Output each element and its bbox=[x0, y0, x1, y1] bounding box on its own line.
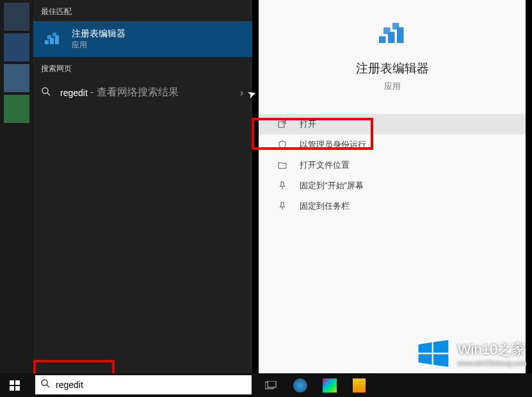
start-button[interactable] bbox=[0, 373, 29, 397]
taskbar bbox=[0, 373, 532, 397]
taskbar-search-input[interactable] bbox=[56, 380, 252, 390]
action-label: 以管理员身份运行 bbox=[300, 139, 366, 150]
svg-rect-3 bbox=[47, 35, 51, 39]
detail-panel: 注册表编辑器 应用 打开 以管理员身份运行 打开文件位置 固定到"开始"屏幕 bbox=[259, 0, 526, 373]
svg-rect-10 bbox=[383, 28, 391, 35]
result-title: 注册表编辑器 bbox=[72, 28, 125, 40]
desktop-icon[interactable] bbox=[4, 3, 29, 31]
regedit-icon bbox=[375, 15, 410, 51]
result-subtitle: 应用 bbox=[72, 40, 125, 51]
action-list: 打开 以管理员身份运行 打开文件位置 固定到"开始"屏幕 固定到任务栏 bbox=[259, 114, 526, 216]
svg-line-13 bbox=[282, 120, 286, 124]
desktop-icon[interactable] bbox=[4, 64, 29, 92]
action-pin-taskbar[interactable]: 固定到任务栏 bbox=[259, 196, 526, 216]
taskbar-search-box[interactable] bbox=[35, 375, 252, 394]
svg-rect-0 bbox=[45, 40, 49, 44]
svg-rect-11 bbox=[392, 23, 399, 29]
web-search-row[interactable]: regedit - 查看网络搜索结果 › bbox=[33, 78, 252, 107]
watermark-url: www.win10xitong.com bbox=[458, 359, 527, 367]
svg-line-19 bbox=[47, 385, 49, 387]
action-pin-start[interactable]: 固定到"开始"屏幕 bbox=[259, 175, 526, 196]
taskbar-app[interactable] bbox=[286, 373, 315, 397]
open-icon bbox=[277, 120, 288, 129]
taskbar-app[interactable] bbox=[315, 373, 344, 397]
web-header: 搜索网页 bbox=[33, 57, 252, 78]
svg-rect-7 bbox=[379, 36, 386, 44]
svg-point-18 bbox=[42, 380, 47, 385]
taskbar-app[interactable] bbox=[344, 373, 374, 397]
svg-rect-16 bbox=[10, 386, 14, 391]
watermark: Win10之家 www.win10xitong.com bbox=[415, 336, 527, 371]
detail-title: 注册表编辑器 bbox=[356, 60, 429, 77]
windows-logo-icon bbox=[415, 336, 451, 371]
action-label: 固定到"开始"屏幕 bbox=[300, 180, 364, 191]
svg-rect-2 bbox=[55, 35, 59, 44]
search-icon bbox=[41, 86, 51, 99]
svg-point-5 bbox=[42, 88, 48, 93]
action-run-as-admin[interactable]: 以管理员身份运行 bbox=[259, 134, 526, 155]
detail-subtitle: 应用 bbox=[384, 81, 401, 92]
regedit-icon bbox=[41, 28, 64, 51]
pin-taskbar-icon bbox=[277, 202, 288, 211]
svg-rect-15 bbox=[15, 380, 20, 385]
svg-rect-21 bbox=[268, 381, 276, 387]
action-label: 固定到任务栏 bbox=[300, 200, 350, 212]
web-suffix: - 查看网络搜索结果 bbox=[90, 86, 179, 99]
action-open[interactable]: 打开 bbox=[259, 114, 526, 134]
desktop-area bbox=[0, 0, 33, 373]
folder-icon bbox=[277, 161, 288, 170]
search-icon bbox=[40, 378, 51, 391]
search-results-panel: 最佳匹配 注册表编辑器 应用 搜索网页 regedit - 查看网络搜索结果 bbox=[33, 0, 252, 373]
svg-rect-4 bbox=[52, 33, 56, 36]
svg-line-6 bbox=[47, 93, 50, 95]
svg-rect-9 bbox=[397, 28, 404, 44]
web-term: regedit bbox=[60, 88, 88, 98]
action-label: 打开文件位置 bbox=[300, 159, 350, 171]
action-label: 打开 bbox=[300, 118, 316, 130]
action-open-file-location[interactable]: 打开文件位置 bbox=[259, 155, 526, 175]
admin-icon bbox=[277, 140, 288, 149]
pin-start-icon bbox=[277, 181, 288, 190]
chevron-right-icon: › bbox=[240, 87, 243, 99]
task-view-button[interactable] bbox=[256, 373, 286, 397]
result-regedit[interactable]: 注册表编辑器 应用 bbox=[33, 21, 252, 57]
desktop-icon[interactable] bbox=[4, 95, 29, 123]
desktop-icon[interactable] bbox=[4, 33, 29, 61]
svg-rect-14 bbox=[10, 380, 14, 385]
svg-rect-17 bbox=[15, 386, 20, 391]
watermark-title: Win10之家 bbox=[458, 340, 527, 359]
best-match-header: 最佳匹配 bbox=[33, 0, 252, 21]
